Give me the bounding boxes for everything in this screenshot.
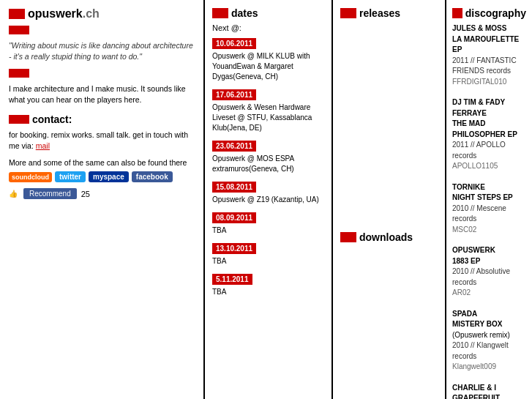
disc-entry-4: OPUSWERK 1883 EP 2010 // Absolutive reco… [452,245,526,299]
disc-title-4: 1883 EP [452,256,526,267]
disc-entry-2: DJ TIM & FADY FERRAYE THE MAD PHILOSOPHE… [452,97,526,172]
date-entry-5: 08.09.2011 TBA [212,212,324,236]
site-domain: .ch [83,7,100,20]
disc-entry-1: JULES & MOSS LA MAROUFLETTE EP 2011 // F… [452,23,526,87]
disc-cat-4: AR02 [452,288,526,299]
contact-text: for booking. remix works. small talk. ge… [9,130,195,151]
date-entry-2: 17.06.2011 Opuswerk & Wesen Hardware Liv… [212,89,324,133]
date-entry-3: 23.06.2011 Opuswerk @ MOS ESPA extramuro… [212,141,324,174]
releases-section: releases [340,7,438,19]
discography-header: discography [452,7,526,19]
contact-red-block [9,115,29,124]
disc-artist-1: JULES & MOSS [452,23,526,34]
contact-label: contact: [32,113,72,125]
discography-red-block [452,8,462,18]
also-found-text: More and some of the same can also be fo… [9,158,195,167]
date-entry-6: 13.10.2011 TBA [212,243,324,266]
disc-cat-3: MSC02 [452,225,526,236]
disc-title-3: NIGHT STEPS EP [452,193,526,204]
fb-recommend-row: 👍 Recommend 25 [9,188,195,199]
disc-cat-1: FFRDIGITAL010 [452,77,526,88]
section2-red-block [9,69,29,78]
date-badge-6: 13.10.2011 [212,243,256,254]
date-badge-2: 17.06.2011 [212,89,256,100]
releases-header: releases [340,7,438,19]
disc-cat-5: Klangwelt009 [452,362,526,373]
dates-list: 10.06.2011 Opuswerk @ MILK KLUB with You… [212,38,324,297]
releases-red-block [340,8,356,18]
discography-column: discography JULES & MOSS LA MAROUFLETTE … [446,0,532,399]
about-text: I make architecture and I make music. It… [9,83,195,107]
fb-thumb-icon: 👍 [9,190,18,198]
dates-red-block [212,8,228,18]
date-desc-6: TBA [212,256,324,266]
disc-year-2: 2011 // APOLLO records [452,140,526,161]
disc-title-1: LA MAROUFLETTE EP [452,34,526,56]
date-entry-7: 5.11.2011 TBA [212,274,324,297]
dates-title: dates [231,7,258,19]
disc-entry-6: CHARLIE & I GRAPEFRUIT (Opuswerk remixes… [452,383,526,400]
disc-artist-4: OPUSWERK [452,245,526,256]
fb-recommend-button[interactable]: Recommend [23,188,77,199]
site-header: opuswerk.ch [9,7,195,20]
date-desc-2: Opuswerk & Wesen Hardware Liveset @ STFU… [212,102,324,133]
dates-column: dates Next @: 10.06.2011 Opuswerk @ MILK… [205,0,333,399]
about-column: opuswerk.ch "Writing about music is like… [0,0,205,399]
fb-recommend-count: 25 [81,190,90,198]
soundcloud-button[interactable]: soundcloud [9,172,52,182]
disc-artist-2: DJ TIM & FADY FERRAYE [452,97,526,119]
site-name-text: opuswerk [28,7,83,20]
date-entry-1: 10.06.2011 Opuswerk @ MILK KLUB with You… [212,38,324,82]
disc-year-3: 2010 // Mescene records [452,204,526,225]
facebook-button[interactable]: facebook [132,171,173,182]
date-desc-4: Opuswerk @ Z19 (Kazantip, UA) [212,195,324,205]
disc-year-4: 2010 // Absolutive records [452,266,526,288]
date-badge-5: 08.09.2011 [212,212,256,223]
disc-title-2: THE MAD PHILOSOPHER EP [452,119,526,140]
releases-downloads-column: releases downloads [333,0,446,399]
next-at-label: Next @: [212,23,324,32]
date-desc-1: Opuswerk @ MILK KLUB with YouandEwan & M… [212,51,324,82]
social-icons-row: soundcloud twitter myspace facebook [9,171,195,182]
discography-title: discography [465,7,526,19]
disc-cat-2: APOLLO1105 [452,161,526,172]
disc-artist-5: SPADA [452,309,526,320]
twitter-button[interactable]: twitter [55,171,86,182]
downloads-red-block [340,232,356,242]
dates-header: dates [212,7,324,19]
quote-text: "Writing about music is like dancing abo… [9,40,195,61]
myspace-button[interactable]: myspace [89,171,129,182]
date-desc-3: Opuswerk @ MOS ESPA extramuros(Geneva, C… [212,154,324,174]
date-desc-5: TBA [212,225,324,236]
disc-year-1: 2011 // FANTASTIC FRIENDS records [452,56,526,77]
disc-artist-6: CHARLIE & I [452,383,526,394]
logo-red-block [9,9,25,19]
disc-year-5: 2010 // Klangwelt records [452,340,526,362]
disc-title-5: MISTERY BOX [452,319,526,330]
disc-entry-5: SPADA MISTERY BOX (Opuswerk remix) 2010 … [452,309,526,373]
section1-red-block [9,26,29,34]
downloads-section: downloads [340,231,438,243]
contact-section: contact: for booking. remix works. small… [9,113,195,151]
disc-subtitle-5: (Opuswerk remix) [452,330,526,341]
date-badge-4: 15.08.2011 [212,182,256,193]
date-badge-1: 10.06.2011 [212,38,256,49]
downloads-title: downloads [359,231,413,243]
downloads-header: downloads [340,231,438,243]
date-entry-4: 15.08.2011 Opuswerk @ Z19 (Kazantip, UA) [212,182,324,205]
mail-link[interactable]: mail [36,141,50,150]
disc-entry-3: TORNIKE NIGHT STEPS EP 2010 // Mescene r… [452,182,526,236]
date-desc-7: TBA [212,287,324,297]
disc-title-6: GRAPEFRUIT [452,393,526,399]
contact-header: contact: [9,113,195,125]
releases-title: releases [359,7,400,19]
disc-artist-3: TORNIKE [452,182,526,193]
site-name: opuswerk.ch [28,7,100,20]
date-badge-3: 23.06.2011 [212,141,256,152]
date-badge-7: 5.11.2011 [212,274,252,285]
